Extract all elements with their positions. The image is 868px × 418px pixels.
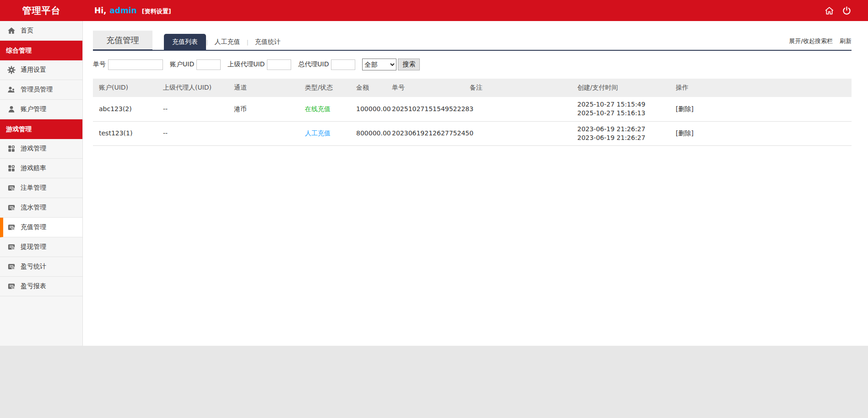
cell-type-status: 人工充值 (299, 121, 350, 145)
filter-parent-agent-uid: 上级代理UID (228, 59, 291, 70)
cell-times: 2025-10-27 15:15:49 2025-10-27 15:16:13 (571, 97, 670, 121)
sidebar-item-home[interactable]: 首页 (0, 21, 82, 41)
type-select[interactable]: 全部 (362, 59, 396, 70)
sidebar-item-label: 账户管理 (21, 105, 46, 113)
cell-order-no: 20251027151549522283 (386, 97, 464, 121)
account-uid-input[interactable] (196, 59, 221, 70)
sidebar-item-recharge-management[interactable]: 充值管理 (0, 218, 82, 237)
delete-link[interactable]: [删除] (676, 129, 694, 137)
sidebar-item-game-management[interactable]: 游戏管理 (0, 139, 82, 159)
search-button[interactable]: 搜索 (398, 59, 420, 70)
power-icon[interactable] (842, 6, 852, 16)
filter-order-no: 单号 (93, 59, 163, 70)
delete-link[interactable]: [删除] (676, 105, 694, 113)
sidebar-item-game-odds[interactable]: 游戏赔率 (0, 159, 82, 178)
tab-recharge-statistics[interactable]: 充值统计 (249, 34, 287, 50)
sidebar-item-label: 管理员管理 (21, 86, 53, 94)
filter-label: 单号 (93, 60, 106, 69)
sidebar-item-account-management[interactable]: 账户管理 (0, 100, 82, 119)
gear-icon (7, 65, 16, 75)
paid-time: 2023-06-19 21:26:27 (577, 134, 670, 142)
card-icon (7, 242, 16, 252)
sidebar-item-label: 通用设置 (21, 66, 46, 74)
app-title: 管理平台 (0, 5, 83, 17)
page-header: 充值管理 充值列表 | 人工充值 | 充值统计 展开/收起搜索栏 刷新 (93, 31, 852, 51)
cell-amount: 800000.00 (350, 121, 386, 145)
cell-type-status: 在线充值 (299, 97, 350, 121)
filter-master-agent-uid: 总代理UID (298, 59, 355, 70)
sidebar-item-label: 注单管理 (21, 184, 46, 192)
filter-account-uid: 账户UID (170, 59, 221, 70)
col-account-uid: 账户(UID) (93, 79, 157, 97)
users-icon (7, 85, 16, 94)
tab-manual-recharge[interactable]: 人工充值 (208, 34, 246, 50)
sidebar-item-label: 盈亏统计 (21, 263, 46, 271)
cell-account: abc123(2) (93, 97, 157, 121)
recharge-table: 账户(UID) 上级代理人(UID) 通道 类型/状态 金额 单号 备注 创建/… (93, 79, 852, 146)
content-area: 充值管理 充值列表 | 人工充值 | 充值统计 展开/收起搜索栏 刷新 单号 账… (83, 21, 868, 346)
tab-bar: 充值列表 | 人工充值 | 充值统计 (164, 34, 287, 50)
user-icon (7, 105, 16, 114)
paid-time: 2025-10-27 15:16:13 (577, 109, 670, 118)
col-order-no: 单号 (386, 79, 464, 97)
sidebar-item-general-settings[interactable]: 通用设置 (0, 60, 82, 80)
sidebar-item-admin-management[interactable]: 管理员管理 (0, 80, 82, 100)
topbar: 管理平台 Hi, admin [资料设置] (0, 0, 868, 21)
table-header-row: 账户(UID) 上级代理人(UID) 通道 类型/状态 金额 单号 备注 创建/… (93, 79, 852, 97)
username: admin (110, 6, 137, 15)
filter-label: 总代理UID (298, 60, 329, 69)
sidebar-item-label: 首页 (21, 27, 33, 35)
cell-remark (464, 121, 571, 145)
sidebar-item-profit-report[interactable]: 盈亏报表 (0, 277, 82, 296)
col-type-status: 类型/状态 (299, 79, 350, 97)
toggle-search-link[interactable]: 展开/收起搜索栏 (789, 37, 833, 45)
cell-channel (228, 121, 299, 145)
cell-spacer (725, 121, 852, 145)
cell-times: 2023-06-19 21:26:27 2023-06-19 21:26:27 (571, 121, 670, 145)
card-icon (7, 262, 16, 271)
master-agent-uid-input[interactable] (331, 59, 355, 70)
cell-parent-agent: -- (157, 121, 228, 145)
col-amount: 金额 (350, 79, 386, 97)
col-parent-agent: 上级代理人(UID) (157, 79, 228, 97)
sidebar-item-label: 游戏管理 (21, 145, 46, 153)
col-channel: 通道 (228, 79, 299, 97)
cell-spacer (725, 97, 852, 121)
sidebar-item-bet-management[interactable]: 注单管理 (0, 178, 82, 198)
refresh-link[interactable]: 刷新 (840, 37, 852, 45)
sidebar-item-label: 充值管理 (21, 223, 46, 231)
sidebar-item-label: 提现管理 (21, 243, 46, 251)
card-icon (7, 183, 16, 193)
cell-parent-agent: -- (157, 97, 228, 121)
created-time: 2023-06-19 21:26:27 (577, 125, 670, 134)
sidebar-item-profit-statistics[interactable]: 盈亏统计 (0, 257, 82, 277)
filter-label: 上级代理UID (228, 60, 265, 69)
cell-actions: [删除] (670, 97, 725, 121)
parent-agent-uid-input[interactable] (267, 59, 291, 70)
sidebar-item-withdraw-management[interactable]: 提现管理 (0, 237, 82, 257)
cell-account: test123(1) (93, 121, 157, 145)
topbar-actions (825, 6, 852, 16)
sidebar-item-label: 盈亏报表 (21, 282, 46, 290)
grid-icon (7, 164, 16, 173)
main-layout: 首页 综合管理 通用设置 (0, 21, 868, 346)
profile-settings-link[interactable]: [资料设置] (142, 7, 171, 16)
cell-actions: [删除] (670, 121, 725, 145)
cell-channel: 港币 (228, 97, 299, 121)
table-row: test123(1) -- 人工充值 800000.00 20230619212… (93, 121, 852, 145)
card-icon (7, 282, 16, 291)
filter-type-select-group: 全部 搜索 (362, 59, 420, 70)
sidebar-item-turnover-management[interactable]: 流水管理 (0, 198, 82, 218)
cell-amount: 100000.00 (350, 97, 386, 121)
grid-icon (7, 144, 16, 153)
sidebar-item-label: 游戏赔率 (21, 164, 46, 172)
sidebar: 首页 综合管理 通用设置 (0, 21, 83, 346)
table-row: abc123(2) -- 港币 在线充值 100000.00 202510271… (93, 97, 852, 121)
home-icon[interactable] (825, 6, 834, 16)
col-spacer (725, 79, 852, 97)
search-bar: 单号 账户UID 上级代理UID 总代理UID 全部 搜索 (93, 59, 852, 70)
order-no-input[interactable] (108, 59, 163, 70)
card-icon (7, 203, 16, 212)
sidebar-section-game: 游戏管理 (0, 119, 82, 139)
tab-recharge-list[interactable]: 充值列表 (164, 34, 206, 50)
